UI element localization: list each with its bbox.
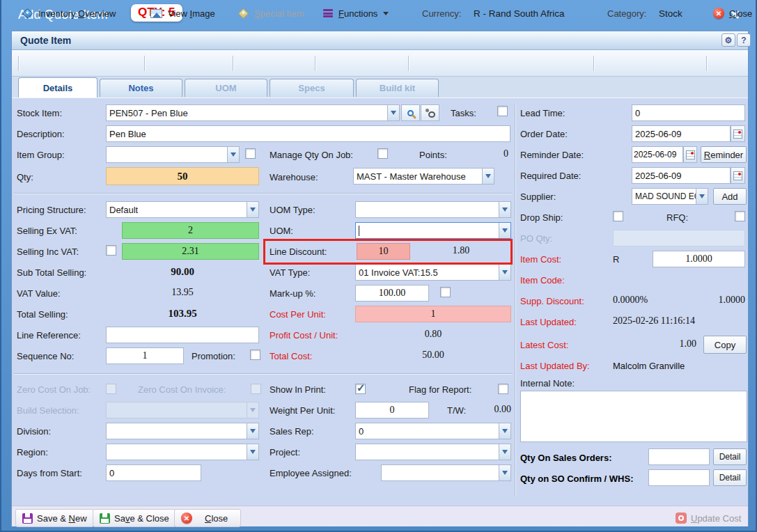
- item-group-checkbox[interactable]: [245, 148, 256, 159]
- internal-note-label: Internal Note:: [520, 378, 575, 389]
- chevron-down-icon[interactable]: [247, 423, 258, 439]
- description-input[interactable]: [106, 125, 510, 142]
- qty-on-so-confirm-input[interactable]: [648, 469, 710, 486]
- line-reference-input[interactable]: [106, 327, 259, 343]
- supp-discount-factor: 1.0000: [698, 295, 745, 306]
- view-image-button[interactable]: View Image: [150, 0, 215, 26]
- division-combo[interactable]: [106, 423, 259, 439]
- close-button[interactable]: ✕ Close: [174, 509, 241, 527]
- mark-up-label: Mark-up %:: [270, 288, 315, 299]
- functions-menu-button[interactable]: Functions: [323, 0, 389, 26]
- quote-item-group-header: Quote Item: [12, 31, 748, 50]
- reminder-date-input[interactable]: [632, 146, 683, 163]
- tasks-checkbox[interactable]: [497, 106, 508, 116]
- chevron-down-icon[interactable]: [696, 189, 708, 204]
- swap-icon: [425, 109, 435, 118]
- reminder-date-calendar-button[interactable]: [683, 146, 697, 163]
- order-date-input[interactable]: [632, 125, 731, 142]
- cost-per-unit-input[interactable]: [355, 306, 511, 322]
- item-code-label: Item Code:: [520, 275, 565, 285]
- selling-ex-vat-label: Selling Ex VAT:: [17, 226, 77, 236]
- supplier-add-button[interactable]: Add: [713, 188, 747, 205]
- internal-note-textarea[interactable]: [520, 391, 747, 442]
- stock-item-search-button[interactable]: [401, 104, 420, 121]
- weight-per-unit-input[interactable]: [355, 402, 429, 418]
- uom-label: UOM:: [270, 226, 293, 236]
- mark-up-input[interactable]: [355, 285, 429, 302]
- drop-ship-checkbox[interactable]: [613, 211, 623, 221]
- selling-ex-vat-input[interactable]: [122, 222, 259, 239]
- chevron-down-icon[interactable]: [499, 444, 510, 460]
- days-from-start-input[interactable]: [106, 464, 201, 481]
- show-in-print-label: Show In Print:: [270, 384, 326, 395]
- save-and-new-button[interactable]: Save & New: [15, 509, 94, 527]
- chevron-down-icon[interactable]: [499, 423, 510, 439]
- promotion-checkbox[interactable]: [250, 350, 260, 360]
- selling-inc-vat-input[interactable]: [122, 243, 259, 260]
- tab-notes[interactable]: Notes: [100, 79, 182, 97]
- required-date-calendar-button[interactable]: [731, 167, 745, 184]
- selling-inc-vat-checkbox[interactable]: [106, 245, 116, 256]
- qty-input[interactable]: [106, 167, 259, 185]
- lead-time-label: Lead Time:: [520, 108, 565, 118]
- uom-combo[interactable]: [355, 222, 511, 239]
- employee-assigned-combo[interactable]: [381, 464, 511, 481]
- qty-on-so-confirm-detail-button[interactable]: Detail: [713, 469, 747, 486]
- chevron-down-icon[interactable]: [387, 105, 399, 120]
- line-discount-percent-input[interactable]: [357, 243, 410, 260]
- chevron-down-icon[interactable]: [499, 202, 510, 217]
- project-combo[interactable]: [355, 444, 511, 460]
- toolbar-separator: [408, 56, 409, 71]
- vat-type-combo[interactable]: 01 Invoice VAT:15.5: [355, 264, 511, 281]
- mark-up-checkbox[interactable]: [440, 287, 451, 297]
- copy-button[interactable]: Copy: [703, 336, 747, 354]
- sequence-no-input[interactable]: [106, 347, 184, 364]
- qty-on-sales-orders-detail-button[interactable]: Detail: [713, 448, 747, 465]
- chevron-down-icon[interactable]: [227, 147, 239, 162]
- save-and-close-button[interactable]: Save & Close: [93, 509, 176, 527]
- required-date-input[interactable]: [632, 167, 731, 184]
- item-cost-label: Item Cost:: [520, 254, 561, 265]
- item-cost-input[interactable]: [653, 251, 745, 267]
- chevron-down-icon[interactable]: [499, 265, 510, 280]
- stock-item-replace-button[interactable]: [421, 104, 439, 121]
- chevron-down-icon[interactable]: [482, 169, 494, 184]
- supplier-combo[interactable]: MAD SOUND EQU: [632, 188, 708, 205]
- tab-details[interactable]: Details: [18, 77, 97, 97]
- chevron-down-icon[interactable]: [499, 465, 510, 480]
- settings-button[interactable]: ⚙: [721, 33, 735, 47]
- sales-rep-combo[interactable]: 0: [355, 423, 511, 439]
- project-label: Project:: [270, 447, 300, 457]
- manage-qty-on-job-checkbox[interactable]: [377, 148, 388, 159]
- qty-on-sales-orders-label: Qty On Sales Orders:: [520, 453, 612, 463]
- sales-rep-label: Sales Rep:: [270, 426, 314, 437]
- employee-assigned-label: Employee Assigned:: [270, 468, 352, 478]
- toolbar-close-button[interactable]: ✕ Close: [713, 0, 752, 26]
- inventory-overview-button[interactable]: Inventory Overview: [24, 0, 116, 26]
- chevron-down-icon[interactable]: [499, 223, 510, 238]
- qty-on-sales-orders-input[interactable]: [648, 448, 710, 465]
- show-in-print-checkbox[interactable]: ✓: [355, 384, 366, 394]
- pricing-structure-combo[interactable]: Default: [106, 201, 259, 218]
- help-button[interactable]: ?: [737, 33, 751, 47]
- region-combo[interactable]: [106, 444, 259, 460]
- reminder-button[interactable]: Reminder: [701, 146, 747, 163]
- lead-time-input[interactable]: [632, 104, 745, 121]
- division-label: Division:: [17, 426, 51, 437]
- toolbar-separator: [18, 56, 19, 71]
- item-group-combo[interactable]: [106, 146, 240, 163]
- order-date-calendar-button[interactable]: [731, 125, 745, 142]
- calendar-icon: [733, 171, 742, 180]
- uom-type-combo[interactable]: [355, 201, 511, 218]
- warehouse-combo[interactable]: MAST - Master Warehouse: [353, 168, 494, 185]
- flag-for-report-checkbox[interactable]: [498, 384, 508, 394]
- stock-item-combo[interactable]: PEN507 - Pen Blue: [106, 104, 400, 121]
- profit-cost-unit-label: Profit Cost / Unit:: [270, 330, 338, 341]
- calendar-icon: [686, 150, 695, 159]
- chevron-down-icon[interactable]: [247, 444, 258, 460]
- toolbar-separator: [315, 56, 315, 71]
- chevron-down-icon[interactable]: [247, 202, 258, 217]
- close-circle-icon: ✕: [713, 8, 724, 19]
- supp-discount-label: Supp. Discount:: [520, 296, 584, 306]
- rfq-checkbox[interactable]: [735, 211, 745, 221]
